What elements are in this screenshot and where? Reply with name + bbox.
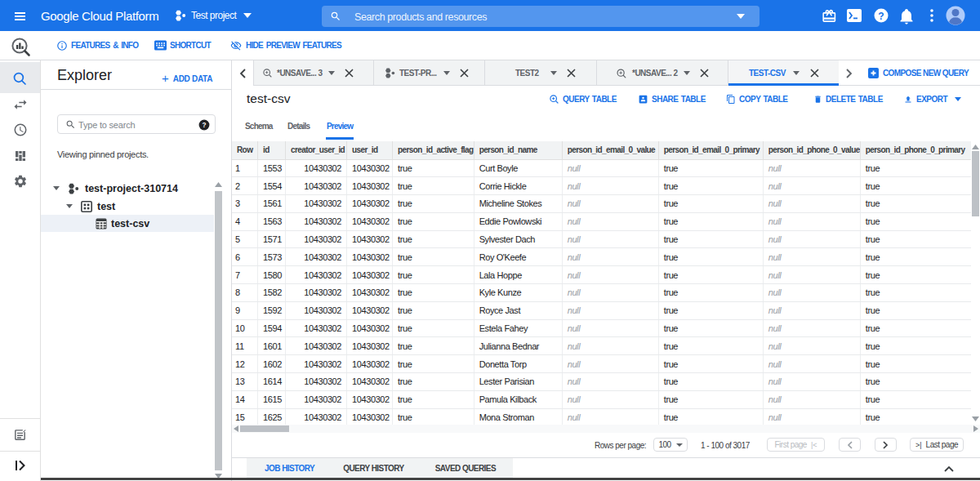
svg-text:?: ? (203, 121, 207, 128)
svg-text:?: ? (878, 11, 884, 22)
